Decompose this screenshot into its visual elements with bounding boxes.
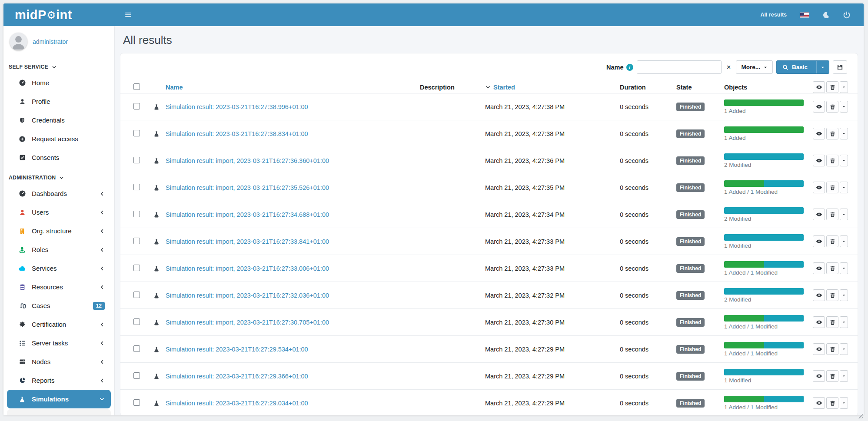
view-button[interactable] <box>813 262 825 274</box>
sidebar-item-nodes[interactable]: Nodes <box>7 352 111 371</box>
row-checkbox[interactable] <box>133 130 140 136</box>
result-name-link[interactable]: Simulation result: import, 2023-03-21T16… <box>166 157 329 164</box>
delete-button[interactable] <box>826 343 838 355</box>
hamburger-menu-icon[interactable] <box>120 6 137 23</box>
row-actions-dropdown[interactable] <box>840 209 848 220</box>
row-checkbox[interactable] <box>133 211 140 217</box>
row-checkbox[interactable] <box>133 238 140 244</box>
midpoint-logo[interactable]: midP⚙int <box>3 8 114 22</box>
sidebar-item-home[interactable]: Home <box>7 73 111 92</box>
row-checkbox[interactable] <box>133 345 140 352</box>
sidebar-item-resources[interactable]: Resources <box>7 278 111 296</box>
result-name-link[interactable]: Simulation result: 2023-03-21T16:27:38.8… <box>166 130 308 137</box>
row-actions-dropdown[interactable] <box>840 128 848 139</box>
view-button[interactable] <box>813 209 825 220</box>
delete-button[interactable] <box>826 289 838 301</box>
sidebar-item-org-structure[interactable]: Org. structure <box>7 222 111 240</box>
sidebar-item-cases[interactable]: Cases12 <box>7 296 111 315</box>
sidebar-item-request-access[interactable]: Request access <box>7 129 111 148</box>
result-name-link[interactable]: Simulation result: import, 2023-03-21T16… <box>166 211 329 218</box>
row-actions-dropdown[interactable] <box>840 262 848 274</box>
view-button[interactable] <box>813 128 825 139</box>
row-actions-dropdown[interactable] <box>840 343 848 355</box>
row-actions-dropdown[interactable] <box>840 155 848 166</box>
result-name-link[interactable]: Simulation result: 2023-03-21T16:27:29.5… <box>166 346 308 353</box>
row-checkbox[interactable] <box>133 292 140 298</box>
view-button[interactable] <box>813 397 825 409</box>
user-panel[interactable]: administrator <box>3 26 114 56</box>
delete-button[interactable] <box>826 209 838 220</box>
row-actions-dropdown[interactable] <box>840 101 848 113</box>
started-header-label[interactable]: Started <box>493 84 515 91</box>
delete-all-button[interactable] <box>826 81 838 93</box>
delete-button[interactable] <box>826 101 838 113</box>
view-button[interactable] <box>813 235 825 247</box>
clear-filter-button[interactable]: × <box>725 63 733 71</box>
sidebar-item-credentials[interactable]: Credentials <box>7 111 111 129</box>
row-actions-dropdown[interactable] <box>840 316 848 328</box>
delete-button[interactable] <box>826 370 838 382</box>
search-mode-dropdown[interactable] <box>816 61 829 73</box>
sidebar-item-services[interactable]: Services <box>7 259 111 278</box>
result-name-link[interactable]: Simulation result: import, 2023-03-21T16… <box>166 238 329 245</box>
view-button[interactable] <box>813 155 825 166</box>
row-checkbox[interactable] <box>133 265 140 271</box>
sidebar-item-simulations[interactable]: Simulations <box>7 390 111 408</box>
view-button[interactable] <box>813 343 825 355</box>
result-name-link[interactable]: Simulation result: 2023-03-21T16:27:29.3… <box>166 373 308 380</box>
view-button[interactable] <box>813 289 825 301</box>
row-actions-dropdown[interactable] <box>840 235 848 247</box>
delete-button[interactable] <box>826 262 838 274</box>
result-name-link[interactable]: Simulation result: 2023-03-21T16:27:29.0… <box>166 400 308 407</box>
view-all-button[interactable] <box>813 81 825 93</box>
row-checkbox[interactable] <box>133 372 140 379</box>
row-checkbox[interactable] <box>133 399 140 406</box>
more-filters-button[interactable]: More... <box>736 60 773 74</box>
row-actions-dropdown[interactable] <box>840 182 848 193</box>
delete-button[interactable] <box>826 397 838 409</box>
view-button[interactable] <box>813 316 825 328</box>
language-flag-icon[interactable] <box>800 12 809 18</box>
sidebar-section-header-administration[interactable]: ADMINISTRATION <box>3 167 114 184</box>
result-name-link[interactable]: Simulation result: 2023-03-21T16:27:38.9… <box>166 103 308 110</box>
row-checkbox[interactable] <box>133 157 140 163</box>
username-link[interactable]: administrator <box>33 38 68 45</box>
sidebar-item-dashboards[interactable]: Dashboards <box>7 184 111 203</box>
sidebar-item-server-tasks[interactable]: Server tasks <box>7 334 111 352</box>
row-actions-dropdown[interactable] <box>840 397 848 409</box>
delete-button[interactable] <box>826 155 838 166</box>
result-name-link[interactable]: Simulation result: import, 2023-03-21T16… <box>166 319 329 326</box>
name-filter-input[interactable] <box>637 60 722 74</box>
column-header-name[interactable]: Name <box>166 84 420 91</box>
row-checkbox[interactable] <box>133 184 140 190</box>
logout-power-icon[interactable] <box>843 11 851 19</box>
sidebar-section-header-self-service[interactable]: SELF SERVICE <box>3 56 114 73</box>
dark-mode-moon-icon[interactable] <box>822 11 830 19</box>
header-actions-dropdown[interactable] <box>840 81 848 93</box>
view-button[interactable] <box>813 101 825 113</box>
delete-button[interactable] <box>826 316 838 328</box>
sidebar-item-certification[interactable]: Certification <box>7 315 111 334</box>
search-basic-main[interactable]: Basic <box>777 61 813 73</box>
select-all-checkbox[interactable] <box>133 83 140 90</box>
view-button[interactable] <box>813 370 825 382</box>
sidebar-item-roles[interactable]: Roles <box>7 240 111 259</box>
result-name-link[interactable]: Simulation result: import, 2023-03-21T16… <box>166 184 329 191</box>
search-basic-button[interactable]: Basic <box>776 60 829 74</box>
result-name-link[interactable]: Simulation result: import, 2023-03-21T16… <box>166 265 329 272</box>
sidebar-item-consents[interactable]: Consents <box>7 148 111 167</box>
result-name-link[interactable]: Simulation result: import, 2023-03-21T16… <box>166 292 329 299</box>
sidebar-item-users[interactable]: Users <box>7 203 111 222</box>
sidebar-item-profile[interactable]: Profile <box>7 92 111 111</box>
row-actions-dropdown[interactable] <box>840 370 848 382</box>
column-header-started[interactable]: Started <box>485 84 620 91</box>
delete-button[interactable] <box>826 235 838 247</box>
row-checkbox[interactable] <box>133 103 140 109</box>
delete-button[interactable] <box>826 128 838 139</box>
delete-button[interactable] <box>826 182 838 193</box>
view-button[interactable] <box>813 182 825 193</box>
row-checkbox[interactable] <box>133 318 140 325</box>
info-icon[interactable]: i <box>626 64 633 71</box>
save-search-button[interactable] <box>833 60 847 74</box>
row-actions-dropdown[interactable] <box>840 289 848 301</box>
